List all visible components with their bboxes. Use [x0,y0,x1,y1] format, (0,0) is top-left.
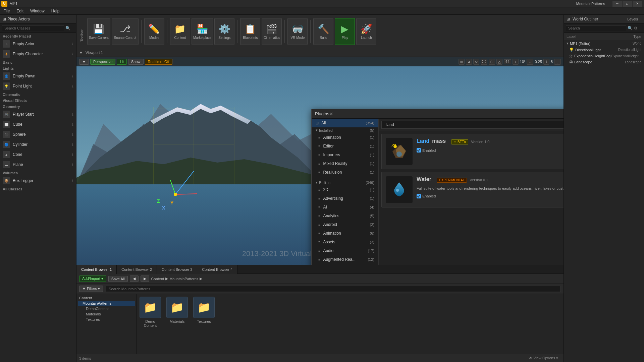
blueprints-button[interactable]: 📋 Blueprints [240,18,260,45]
viewport-icon-1[interactable]: ⊞ [459,59,465,65]
plugin-card-water[interactable]: Water EXPERIMENTAL Version 0.1 Full suit… [381,172,564,207]
actor-player-start[interactable]: 🎮 Player Start ℹ [0,109,76,119]
viewport-icon-5[interactable]: ⬡ [489,59,495,65]
viewport-collapse-btn[interactable]: ▼ [79,59,89,65]
landmass-enabled-checkbox[interactable] [417,148,421,153]
builtin-section[interactable]: ▾ Built-In (349) [312,180,378,185]
actor-cylinder[interactable]: 🔵 Cylinder ℹ [0,139,76,149]
maximize-button[interactable]: □ [623,1,632,7]
tree-demo-content[interactable]: DemoContent [78,306,135,311]
view-options-button[interactable]: 👁 View Options ▾ [526,355,561,361]
outliner-mp1[interactable]: ▾ MP1 (Editor) World [564,40,644,47]
installed-section[interactable]: ▾ Installed (5) [312,127,378,133]
cb-tab-2[interactable]: Content Browser 2 [117,265,157,274]
plugin-cat-automation[interactable]: ≡ Automation (2) [312,264,378,265]
viewport-grid-icon[interactable]: ⊹ [513,59,519,65]
section-recently-placed[interactable]: Recently Placed [0,33,76,39]
play-button[interactable]: ▶ Play [335,18,355,45]
outliner-landscape[interactable]: 🏔 Landscape Landscape [564,59,644,65]
section-all-classes[interactable]: All Classes [0,186,76,192]
actor-empty-character[interactable]: 🧍 Empty Character ℹ [0,49,76,59]
actor-box-trigger[interactable]: 📦 Box Trigger ℹ [0,176,76,186]
cb-tab-4[interactable]: Content Browser 4 [197,265,237,274]
plugins-close-button[interactable]: ✕ [329,111,333,117]
viewport-collapse-icon[interactable]: ▼ [79,51,83,55]
settings-button[interactable]: ⚙️ Settings [214,18,234,45]
outliner-exp-height-fog[interactable]: 🌫 ExponentialHeightFog ExponentialHeight… [564,53,644,59]
section-visual-effects[interactable]: Visual Effects [0,97,76,103]
folder-materials[interactable]: 📁 Materials [166,297,188,327]
realtime-btn[interactable]: Realtime: Off [145,59,172,65]
back-button[interactable]: ◀ [130,276,139,282]
menu-file[interactable]: File [0,7,13,14]
plugin-cat-animation[interactable]: ≡ Animation (1) [312,133,378,142]
path-root[interactable]: Content [151,277,164,281]
viewport-scale-icon[interactable]: ⇕ [543,59,549,65]
perspective-btn[interactable]: Perspective [90,59,115,65]
viewport-options-icon[interactable]: ⋮ [554,59,561,65]
actor-cube[interactable]: ⬜ Cube ℹ [0,119,76,129]
path-project[interactable]: MountainPatterns [169,277,198,281]
outliner-search-input[interactable] [566,25,626,31]
actor-cone[interactable]: ▲ Cone ℹ [0,149,76,160]
plugin-card-landmass[interactable]: Landmass ⚠ BETA Version 1.0 Enabled [381,134,564,169]
tree-materials[interactable]: Materials [78,311,135,317]
folder-textures[interactable]: 📁 Textures [193,297,215,327]
plugins-search-input[interactable] [384,121,564,128]
plugin-cat-android[interactable]: ≡ Android (2) [312,220,378,229]
actor-plane[interactable]: ▬ Plane ℹ [0,160,76,170]
marketplace-button[interactable]: 🏪 Marketplace [192,18,213,45]
cinematics-button[interactable]: 🎬 Cinematics [262,18,282,45]
outliner-directional-light[interactable]: 💡 DirectionalLight DirectionalLight [564,47,644,53]
menu-edit[interactable]: Edit [13,7,27,14]
actor-sphere[interactable]: ⚫ Sphere ℹ [0,129,76,139]
levels-tab[interactable]: Levels [624,15,641,23]
viewport-inner[interactable]: X Y Z ▼ Perspective Lit Show Realtime: O… [76,57,564,265]
plugin-cat-audio[interactable]: ≡ Audio (17) [312,246,378,255]
content-button[interactable]: 📁 Content [170,18,190,45]
menu-window[interactable]: Window [27,7,48,14]
plugin-cat-analytics[interactable]: ≡ Analytics (5) [312,212,378,220]
filters-button[interactable]: ▼ Filters ▾ [79,286,103,292]
tree-content[interactable]: Content [78,295,135,301]
section-cinematic[interactable]: Cinematic [0,91,76,97]
plugin-cat-importers[interactable]: ≡ Importers (1) [312,150,378,159]
save-all-button[interactable]: Save All [108,276,128,282]
plugin-cat-advertising[interactable]: ≡ Advertising (1) [312,194,378,203]
tree-textures[interactable]: Textures [78,317,135,322]
folder-demo-content[interactable]: 📁 DemoContent [140,297,161,327]
plugin-cat-editor[interactable]: ≡ Editor (1) [312,142,378,150]
save-current-button[interactable]: 💾 Save Current [87,18,110,45]
plugin-cat-2d[interactable]: ≡ 2D (1) [312,185,378,194]
cb-tab-1[interactable]: Content Browser 1 [76,265,117,274]
lit-btn[interactable]: Lit [117,59,127,65]
vr-mode-button[interactable]: 🥽 VR Mode [287,18,308,45]
plugin-cat-assets[interactable]: ≡ Assets (3) [312,238,378,246]
tree-mountain-patterns[interactable]: MountainPatterns [78,301,135,306]
viewport-snap-icon[interactable]: ↔ [527,59,533,65]
actor-empty-pawn[interactable]: 👤 Empty Pawn ℹ [0,71,76,81]
section-geometry[interactable]: Geometry [0,103,76,109]
plugin-cat-mixed-reality[interactable]: ≡ Mixed Reality (1) [312,159,378,168]
launch-button[interactable]: 🚀 Launch [356,18,376,45]
add-import-button[interactable]: Add/Import ▾ [79,276,106,282]
modes-button[interactable]: ✏️ Modes [144,18,164,45]
plugin-cat-ai[interactable]: ≡ AI (4) [312,203,378,212]
search-mountaintpatterns-input[interactable] [106,286,561,292]
cb-tab-3[interactable]: Content Browser 3 [157,265,197,274]
plugin-cat-animation2[interactable]: ≡ Animation (6) [312,229,378,238]
search-classes-input[interactable] [2,25,64,31]
show-btn[interactable]: Show [128,59,144,65]
build-button[interactable]: 🔨 Build [313,18,333,45]
actor-point-light[interactable]: 💡 Point Light ℹ [0,81,76,91]
outliner-settings-icon[interactable]: ⚙ [634,26,638,31]
section-lights[interactable]: Lights [0,65,76,71]
viewport-icon-6[interactable]: △ [496,59,502,65]
actor-empty-actor[interactable]: ○ Empty Actor ℹ [0,39,76,49]
viewport-icon-2[interactable]: ↺ [466,59,472,65]
plugin-cat-reallusion[interactable]: ≡ Reallusion (1) [312,168,378,177]
section-volumes[interactable]: Volumes [0,170,76,176]
plugin-cat-all[interactable]: ⊞ All (354) [312,119,378,127]
water-enabled-checkbox[interactable] [417,194,421,198]
forward-button[interactable]: ▶ [141,276,149,282]
